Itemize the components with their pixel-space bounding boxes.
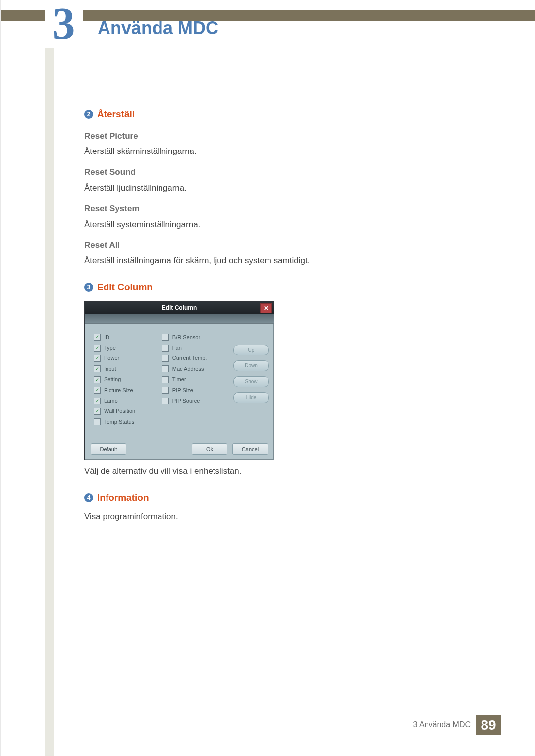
column-option-row: ✓Input — [94, 365, 158, 373]
dialog-footer: Default Ok Cancel — [85, 438, 274, 460]
checkbox[interactable]: ✓ — [94, 408, 101, 415]
column-option-label: B/R Sensor — [172, 334, 200, 341]
show-button[interactable]: Show — [233, 376, 269, 387]
section-bullet-3-icon: 3 — [84, 283, 93, 292]
close-button[interactable]: ✕ — [260, 303, 272, 313]
column-option-row: ✓Power — [94, 354, 158, 362]
page-footer: 3 Använda MDC 89 — [1, 715, 535, 735]
reset-picture-label: Reset Picture — [84, 130, 441, 142]
column-option-label: Mac Address — [172, 365, 204, 373]
column-option-row: ✓ID — [94, 334, 158, 341]
left-decor-stripe — [45, 0, 54, 756]
column-option-row: PIP Source — [162, 397, 229, 404]
checkbox[interactable]: ✓ — [94, 387, 101, 394]
edit-column-caption: Välj de alternativ du vill visa i enhets… — [84, 465, 441, 477]
column-option-row: Fan — [162, 344, 229, 352]
section-heading-information: 4 Information — [84, 491, 441, 504]
column-option-row: ✓Type — [94, 344, 158, 352]
edit-column-dialog: Edit Column ✕ ✓ID✓Type✓Power✓Input✓Setti… — [84, 301, 274, 461]
column-option-row: Temp.Status — [94, 418, 158, 426]
content-area: 2 Återställ Reset Picture Återställ skär… — [84, 94, 441, 526]
column-option-label: Lamp — [104, 397, 118, 404]
dialog-footer-right: Ok Cancel — [192, 443, 268, 455]
column-option-label: Temp.Status — [104, 418, 134, 426]
column-option-row: ✓Setting — [94, 376, 158, 383]
checkbox[interactable]: ✓ — [94, 355, 101, 362]
dialog-titlebar: Edit Column ✕ — [85, 302, 274, 314]
checkbox[interactable]: ✓ — [94, 398, 101, 404]
column-option-label: Setting — [104, 376, 121, 383]
column-option-label: Type — [104, 344, 116, 352]
column-option-row: Current Temp. — [162, 354, 229, 362]
chapter-number-badge: 3 — [45, 0, 83, 48]
column-option-row: PIP Size — [162, 387, 229, 394]
column-option-label: Power — [104, 354, 119, 362]
reset-system-desc: Återställ systeminställningarna. — [84, 219, 441, 231]
checkbox[interactable] — [162, 355, 169, 362]
column-option-label: Timer — [172, 376, 186, 383]
section-title-reset: Återställ — [97, 108, 135, 121]
column-option-label: PIP Source — [172, 397, 200, 404]
column-option-label: Current Temp. — [172, 354, 207, 362]
reset-sound-label: Reset Sound — [84, 166, 441, 178]
reset-picture-desc: Återställ skärminställningarna. — [84, 146, 441, 157]
footer-page-number: 89 — [476, 715, 501, 735]
checkbox[interactable]: ✓ — [94, 334, 101, 341]
column-option-row: Mac Address — [162, 365, 229, 373]
dialog-subheader-strip — [85, 314, 274, 324]
section-heading-edit-column: 3 Edit Column — [84, 281, 441, 294]
column-option-row: ✓Picture Size — [94, 387, 158, 394]
column-option-label: Input — [104, 365, 116, 373]
column-option-label: Wall Position — [104, 407, 135, 415]
dialog-col-2: B/R SensorFanCurrent Temp.Mac AddressTim… — [162, 331, 229, 429]
reset-sound-desc: Återställ ljudinställningarna. — [84, 182, 441, 194]
section-title-information: Information — [97, 491, 149, 504]
section-title-edit-column: Edit Column — [97, 281, 153, 294]
column-option-row: B/R Sensor — [162, 334, 229, 341]
column-option-label: Picture Size — [104, 387, 133, 394]
cancel-button[interactable]: Cancel — [232, 443, 268, 455]
column-option-label: ID — [104, 334, 109, 341]
checkbox[interactable]: ✓ — [94, 376, 101, 383]
chapter-number: 3 — [45, 0, 83, 48]
dialog-col-1: ✓ID✓Type✓Power✓Input✓Setting✓Picture Siz… — [94, 331, 158, 429]
section-bullet-2-icon: 2 — [84, 110, 93, 119]
checkbox[interactable] — [162, 387, 169, 394]
checkbox[interactable] — [162, 345, 169, 352]
chapter-title: Använda MDC — [98, 18, 218, 39]
checkbox[interactable] — [162, 334, 169, 341]
checkbox[interactable] — [94, 418, 101, 425]
column-option-row: ✓Wall Position — [94, 407, 158, 415]
dialog-title: Edit Column — [162, 304, 197, 311]
column-option-label: PIP Size — [172, 387, 193, 394]
reset-all-desc: Återställ inställningarna för skärm, lju… — [84, 255, 441, 267]
section-bullet-4-icon: 4 — [84, 493, 93, 502]
default-button[interactable]: Default — [91, 443, 126, 455]
down-button[interactable]: Down — [233, 360, 269, 371]
hide-button[interactable]: Hide — [233, 392, 269, 403]
column-option-label: Fan — [172, 344, 182, 352]
footer-chapter-label: 3 Använda MDC — [413, 720, 471, 729]
information-desc: Visa programinformation. — [84, 511, 441, 523]
checkbox[interactable] — [162, 365, 169, 372]
dialog-side-buttons: UpDownShowHide — [233, 331, 269, 429]
page: 3 Använda MDC 2 Återställ Reset Picture … — [0, 0, 535, 756]
reset-all-label: Reset All — [84, 239, 441, 251]
section-heading-reset: 2 Återställ — [84, 108, 441, 121]
reset-system-label: Reset System — [84, 203, 441, 215]
checkbox[interactable]: ✓ — [94, 365, 101, 372]
ok-button[interactable]: Ok — [192, 443, 227, 455]
column-option-row: ✓Lamp — [94, 397, 158, 404]
checkbox[interactable] — [162, 398, 169, 404]
column-option-row: Timer — [162, 376, 229, 383]
checkbox[interactable]: ✓ — [94, 345, 101, 352]
checkbox[interactable] — [162, 376, 169, 383]
up-button[interactable]: Up — [233, 345, 269, 355]
dialog-body: ✓ID✓Type✓Power✓Input✓Setting✓Picture Siz… — [85, 324, 274, 438]
